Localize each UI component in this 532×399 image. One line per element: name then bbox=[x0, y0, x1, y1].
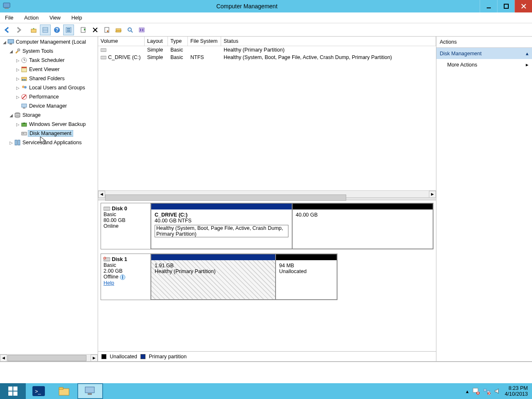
disk-kind: Basic bbox=[103, 262, 148, 268]
disk-icon bbox=[20, 130, 28, 137]
tree-scrollbar[interactable]: ◀ ▶ bbox=[0, 354, 98, 361]
tree-event-viewer[interactable]: ▷Event Viewer bbox=[2, 65, 98, 74]
svg-point-19 bbox=[107, 30, 108, 32]
partition-bar-primary bbox=[151, 204, 292, 209]
tray-volume-icon[interactable] bbox=[494, 387, 501, 395]
forward-button[interactable] bbox=[13, 25, 24, 35]
svg-rect-13 bbox=[67, 28, 70, 30]
taskbar-computer-management[interactable] bbox=[77, 383, 103, 399]
actions-section[interactable]: Disk Management ▴ bbox=[436, 48, 532, 59]
tree-performance[interactable]: ▷Performance bbox=[2, 92, 98, 101]
scroll-right-icon[interactable]: ▶ bbox=[429, 191, 436, 198]
volume-name-cell bbox=[98, 47, 145, 53]
menu-view[interactable]: View bbox=[47, 14, 63, 22]
partition-title: C_DRIVE (C:) bbox=[155, 212, 288, 218]
tray-chevron-icon[interactable]: ▴ bbox=[466, 388, 469, 394]
window-title: Computer Management bbox=[14, 3, 480, 10]
disk-1-info: Disk 1 Basic 2.00 GB Offline i Help bbox=[101, 254, 151, 300]
tree-disk-management[interactable]: Disk Management bbox=[2, 129, 98, 138]
tools-icon bbox=[14, 48, 21, 54]
event-icon bbox=[20, 66, 28, 73]
taskbar: >_ ▴ x x 8:23 PM 4/10/2013 bbox=[0, 383, 532, 399]
settings-button[interactable] bbox=[136, 25, 147, 35]
col-layout[interactable]: Layout bbox=[145, 37, 168, 46]
scroll-left-icon[interactable]: ◀ bbox=[98, 191, 105, 198]
delete-button[interactable] bbox=[90, 25, 101, 35]
svg-rect-67 bbox=[88, 393, 92, 395]
up-button[interactable] bbox=[28, 25, 39, 35]
volume-type-cell: Basic bbox=[168, 47, 188, 53]
search-button[interactable] bbox=[125, 25, 135, 35]
help-button[interactable]: ? bbox=[52, 25, 62, 35]
partition-status: Healthy (Primary Partition) bbox=[155, 268, 272, 274]
legend-label-primary: Primary partition bbox=[149, 354, 187, 360]
volume-header[interactable]: Volume Layout Type File System Status bbox=[98, 37, 436, 46]
partition-bar-unallocated bbox=[293, 204, 433, 209]
maximize-button[interactable] bbox=[497, 0, 515, 12]
menu-help[interactable]: Help bbox=[69, 14, 85, 22]
view-list-button[interactable] bbox=[40, 25, 51, 35]
scroll-left-icon[interactable]: ◀ bbox=[0, 355, 7, 362]
close-button[interactable] bbox=[515, 0, 532, 12]
disk-0[interactable]: Disk 0 Basic 80.00 GB Online C_DRIVE (C:… bbox=[101, 203, 433, 249]
tree-shared-folders[interactable]: ▷Shared Folders bbox=[2, 74, 98, 83]
partition-status: Healthy (System, Boot, Page File, Active… bbox=[155, 225, 288, 237]
disk-0-partition-1[interactable]: 40.00 GB bbox=[292, 203, 433, 249]
col-status[interactable]: Status bbox=[221, 37, 436, 46]
tree-services-apps[interactable]: ▷Services and Applications bbox=[2, 138, 98, 147]
scroll-thumb[interactable] bbox=[7, 355, 86, 361]
disk-1[interactable]: Disk 1 Basic 2.00 GB Offline i Help 1.91… bbox=[101, 254, 337, 300]
tray-flag-icon[interactable]: x bbox=[472, 387, 480, 395]
view-graphical-button[interactable] bbox=[63, 25, 74, 35]
svg-rect-7 bbox=[43, 27, 48, 32]
svg-point-37 bbox=[22, 86, 25, 88]
taskbar-powershell[interactable]: >_ bbox=[26, 383, 52, 399]
partition-size: 40.00 GB NTFS bbox=[155, 218, 288, 224]
legend: Unallocated Primary partition bbox=[98, 351, 436, 361]
volume-row[interactable]: C_DRIVE (C:) Simple Basic NTFS Healthy (… bbox=[98, 54, 436, 61]
tray-clock[interactable]: 8:23 PM 4/10/2013 bbox=[505, 385, 528, 397]
actions-pane: Actions Disk Management ▴ More Actions ▸ bbox=[436, 37, 532, 361]
svg-rect-51 bbox=[101, 49, 106, 52]
scroll-right-icon[interactable]: ▶ bbox=[91, 355, 98, 362]
menu-file[interactable]: File bbox=[2, 14, 16, 22]
refresh-button[interactable] bbox=[78, 25, 89, 35]
scroll-thumb[interactable] bbox=[105, 195, 346, 201]
menu-action[interactable]: Action bbox=[22, 14, 41, 22]
system-tray[interactable]: ▴ x x 8:23 PM 4/10/2013 bbox=[462, 383, 532, 399]
actions-more[interactable]: More Actions ▸ bbox=[436, 59, 532, 70]
back-button[interactable] bbox=[2, 25, 12, 35]
tree-local-users[interactable]: ▷Local Users and Groups bbox=[2, 83, 98, 92]
tree-storage[interactable]: ◢Storage bbox=[2, 111, 98, 120]
start-button[interactable] bbox=[0, 383, 26, 399]
tree-root[interactable]: ◢Computer Management (Local bbox=[2, 37, 98, 47]
menu-bar: File Action View Help bbox=[0, 12, 532, 23]
tree-device-manager[interactable]: Device Manager bbox=[2, 101, 98, 111]
properties-button[interactable] bbox=[101, 25, 112, 35]
col-filesystem[interactable]: File System bbox=[188, 37, 221, 46]
open-button[interactable] bbox=[113, 25, 124, 35]
volume-fs-cell: NTFS bbox=[188, 54, 221, 61]
disk-0-partition-0[interactable]: C_DRIVE (C:) 40.00 GB NTFS Healthy (Syst… bbox=[151, 203, 292, 249]
col-volume[interactable]: Volume bbox=[98, 37, 145, 46]
taskbar-explorer[interactable] bbox=[52, 383, 77, 399]
tree-ws-backup[interactable]: ▷Windows Server Backup bbox=[2, 120, 98, 129]
svg-rect-6 bbox=[31, 29, 36, 32]
tray-network-icon[interactable]: x bbox=[483, 387, 490, 395]
tree-system-tools[interactable]: ◢System Tools bbox=[2, 47, 98, 56]
disk-1-partition-0[interactable]: 1.91 GB Healthy (Primary Partition) bbox=[151, 254, 276, 300]
svg-rect-53 bbox=[103, 207, 110, 210]
legend-swatch-unallocated bbox=[101, 354, 106, 359]
disk-1-partition-1[interactable]: 94 MB Unallocated bbox=[276, 254, 337, 300]
svg-text:?: ? bbox=[55, 27, 59, 33]
volume-row[interactable]: Simple Basic Healthy (Primary Partition) bbox=[98, 46, 436, 54]
svg-rect-58 bbox=[8, 387, 12, 391]
volume-scrollbar[interactable]: ◀ ▶ bbox=[98, 190, 436, 197]
minimize-button[interactable] bbox=[480, 0, 497, 12]
help-link[interactable]: Help bbox=[103, 280, 148, 286]
tree-task-scheduler[interactable]: ▷Task Scheduler bbox=[2, 56, 98, 65]
info-icon[interactable]: i bbox=[120, 274, 126, 280]
app-icon bbox=[2, 2, 12, 11]
users-icon bbox=[20, 84, 28, 91]
col-type[interactable]: Type bbox=[168, 37, 188, 46]
